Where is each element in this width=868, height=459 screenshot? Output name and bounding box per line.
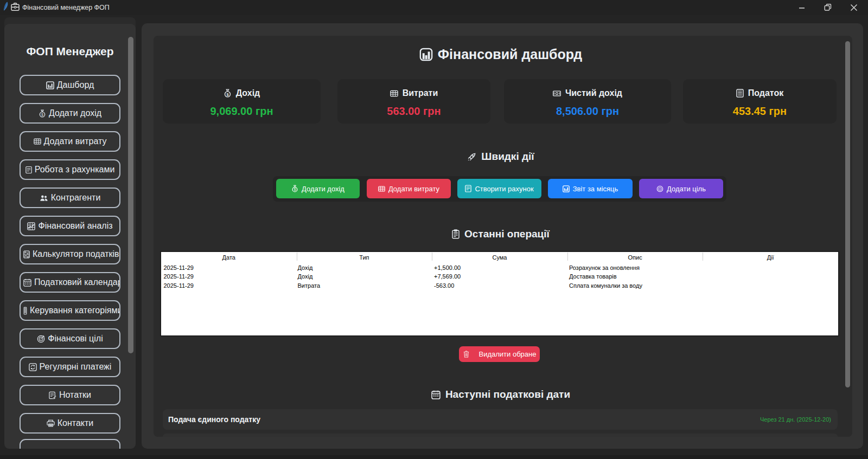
svg-text:$: $ bbox=[294, 188, 296, 191]
svg-text:$: $ bbox=[226, 92, 229, 97]
svg-text:$: $ bbox=[41, 112, 43, 116]
